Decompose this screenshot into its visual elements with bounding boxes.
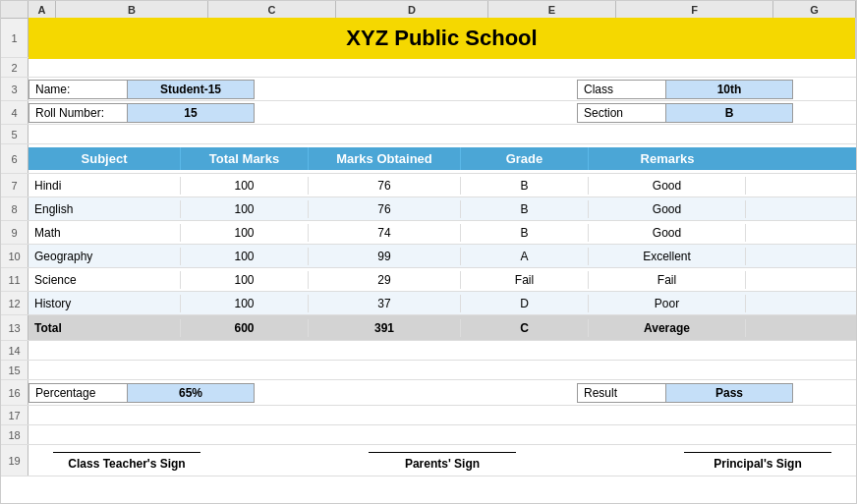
td-sci-subject[interactable]: Science bbox=[29, 271, 181, 289]
row-num-17: 17 bbox=[1, 406, 29, 424]
row-14: 14 bbox=[1, 341, 856, 361]
row-num-8: 8 bbox=[1, 197, 29, 220]
row-18-content bbox=[29, 425, 856, 444]
class-label: Class bbox=[577, 80, 665, 99]
row-5-content bbox=[29, 125, 856, 143]
data-row-hindi: Hindi 100 76 B Good bbox=[29, 177, 856, 195]
td-hindi-grade[interactable]: B bbox=[461, 177, 589, 195]
td-hindi-subject[interactable]: Hindi bbox=[29, 177, 181, 195]
td-math-obtained[interactable]: 74 bbox=[309, 224, 461, 242]
class-teacher-sign: Class Teacher's Sign bbox=[38, 452, 215, 471]
col-header-g[interactable]: G bbox=[773, 1, 856, 18]
row-8-content: English 100 76 B Good bbox=[29, 197, 856, 220]
row-9: 9 Math 100 74 B Good bbox=[1, 221, 856, 245]
row-3: 3 Name: Student-15 Class 10th bbox=[1, 78, 856, 101]
td-hist-grade[interactable]: D bbox=[461, 295, 589, 312]
row-num-11: 11 bbox=[1, 268, 29, 291]
col-header-e[interactable]: E bbox=[488, 1, 616, 18]
td-sci-remarks[interactable]: Fail bbox=[589, 271, 746, 289]
name-value[interactable]: Student-15 bbox=[127, 80, 255, 99]
td-total-label[interactable]: Total bbox=[29, 319, 181, 337]
td-english-remarks[interactable]: Good bbox=[589, 200, 746, 218]
row-19-content: Class Teacher's Sign Parents' Sign Princ… bbox=[29, 445, 856, 476]
principal-sign-label: Principal's Sign bbox=[714, 457, 802, 471]
col-header-b[interactable]: B bbox=[56, 1, 208, 18]
row-num-15: 15 bbox=[1, 361, 29, 379]
td-math-remarks[interactable]: Good bbox=[589, 224, 746, 242]
col-header-c[interactable]: C bbox=[208, 1, 336, 18]
class-teacher-sign-line bbox=[53, 452, 200, 453]
td-english-subject[interactable]: English bbox=[29, 200, 181, 218]
class-teacher-sign-label: Class Teacher's Sign bbox=[68, 457, 185, 471]
result-value[interactable]: Pass bbox=[665, 383, 793, 403]
td-math-grade[interactable]: B bbox=[461, 224, 589, 242]
td-total-total[interactable]: 600 bbox=[181, 319, 309, 337]
row-17: 17 bbox=[1, 406, 856, 425]
rows-area: 1 XYZ Public School 2 3 Name: Student-15… bbox=[1, 19, 856, 503]
row-7: 7 Hindi 100 76 B Good bbox=[1, 174, 856, 197]
row-num-16: 16 bbox=[1, 380, 29, 405]
section-value[interactable]: B bbox=[665, 103, 793, 123]
td-english-total[interactable]: 100 bbox=[181, 200, 309, 218]
row-1: 1 XYZ Public School bbox=[1, 19, 856, 58]
row-num-18: 18 bbox=[1, 425, 29, 444]
class-section: Class 10th bbox=[577, 80, 852, 99]
td-english-grade[interactable]: B bbox=[461, 200, 589, 218]
data-row-english: English 100 76 B Good bbox=[29, 200, 856, 218]
td-geo-subject[interactable]: Geography bbox=[29, 248, 181, 265]
td-hist-total[interactable]: 100 bbox=[181, 295, 309, 312]
td-hist-remarks[interactable]: Poor bbox=[589, 295, 746, 312]
td-math-subject[interactable]: Math bbox=[29, 224, 181, 242]
td-total-grade[interactable]: C bbox=[461, 319, 589, 337]
td-geo-remarks[interactable]: Excellent bbox=[589, 248, 746, 265]
data-row-total: Total 600 391 C Average bbox=[29, 319, 856, 337]
row-4: 4 Roll Number: 15 Section B bbox=[1, 101, 856, 125]
td-geo-grade[interactable]: A bbox=[461, 248, 589, 265]
td-math-total[interactable]: 100 bbox=[181, 224, 309, 242]
td-sci-grade[interactable]: Fail bbox=[461, 271, 589, 289]
percentage-value[interactable]: 65% bbox=[127, 383, 255, 403]
row-6-content: Subject Total Marks Marks Obtained Grade… bbox=[29, 144, 856, 173]
row-3-content: Name: Student-15 Class 10th bbox=[29, 78, 856, 100]
data-row-math: Math 100 74 B Good bbox=[29, 224, 856, 242]
roll-label: Roll Number: bbox=[29, 103, 127, 123]
row-num-1: 1 bbox=[1, 19, 29, 57]
name-label: Name: bbox=[29, 80, 127, 99]
data-row-history: History 100 37 D Poor bbox=[29, 295, 856, 312]
row-15: 15 bbox=[1, 361, 856, 380]
data-row-geography: Geography 100 99 A Excellent bbox=[29, 248, 856, 265]
row-12: 12 History 100 37 D Poor bbox=[1, 292, 856, 315]
data-row-science: Science 100 29 Fail Fail bbox=[29, 271, 856, 289]
section-section: Section B bbox=[577, 103, 852, 123]
td-hist-subject[interactable]: History bbox=[29, 295, 181, 312]
row-1-content: XYZ Public School bbox=[29, 19, 856, 57]
section-label: Section bbox=[577, 103, 665, 123]
roll-value[interactable]: 15 bbox=[127, 103, 255, 123]
class-value[interactable]: 10th bbox=[665, 80, 793, 99]
row-17-content bbox=[29, 406, 856, 424]
td-geo-total[interactable]: 100 bbox=[181, 248, 309, 265]
row-6: 6 Subject Total Marks Marks Obtained Gra… bbox=[1, 144, 856, 174]
td-sci-obtained[interactable]: 29 bbox=[309, 271, 461, 289]
row-num-10: 10 bbox=[1, 245, 29, 267]
td-hist-obtained[interactable]: 37 bbox=[309, 295, 461, 312]
col-header-a[interactable]: A bbox=[29, 1, 56, 18]
td-total-remarks[interactable]: Average bbox=[589, 319, 746, 337]
col-header-d[interactable]: D bbox=[336, 1, 488, 18]
row-14-content bbox=[29, 341, 856, 360]
row-num-13: 13 bbox=[1, 315, 29, 340]
row-18: 18 bbox=[1, 425, 856, 445]
row-13: 13 Total 600 391 C Average bbox=[1, 315, 856, 341]
td-geo-obtained[interactable]: 99 bbox=[309, 248, 461, 265]
th-grade: Grade bbox=[461, 147, 589, 170]
td-total-obtained[interactable]: 391 bbox=[309, 319, 461, 337]
row-13-content: Total 600 391 C Average bbox=[29, 315, 856, 340]
td-hindi-total[interactable]: 100 bbox=[181, 177, 309, 195]
td-hindi-obtained[interactable]: 76 bbox=[309, 177, 461, 195]
td-hindi-remarks[interactable]: Good bbox=[589, 177, 746, 195]
td-sci-total[interactable]: 100 bbox=[181, 271, 309, 289]
td-english-obtained[interactable]: 76 bbox=[309, 200, 461, 218]
parents-sign: Parents' Sign bbox=[354, 452, 531, 471]
row-num-7: 7 bbox=[1, 174, 29, 196]
col-header-f[interactable]: F bbox=[616, 1, 773, 18]
